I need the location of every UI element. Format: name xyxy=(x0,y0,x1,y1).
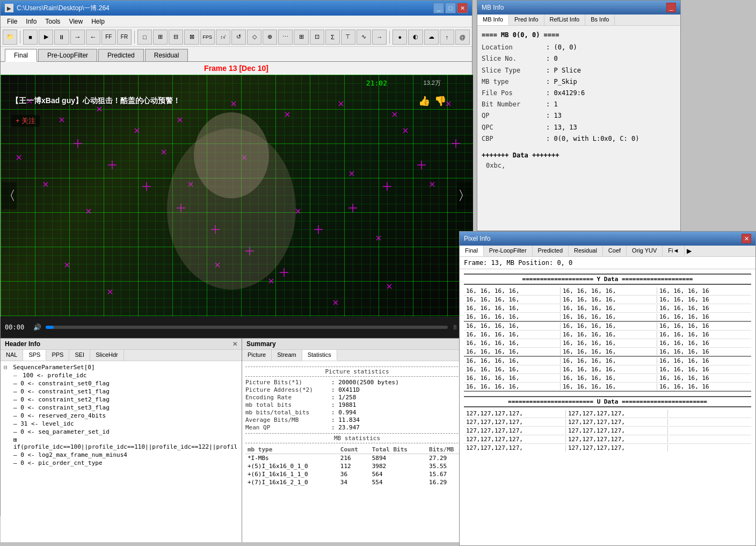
wave-button[interactable]: ∿ xyxy=(357,30,371,45)
tree-item-profile-cond[interactable]: ⊞ if(profile_idc==100||profile_idc==110|… xyxy=(3,436,239,451)
arrow-up-button[interactable]: ↑ xyxy=(440,30,454,45)
ff-button[interactable]: FF xyxy=(101,30,116,45)
circle-button[interactable]: ● xyxy=(392,30,407,45)
thumbs-down-icon[interactable]: 👎 xyxy=(434,95,446,107)
table-button[interactable]: ⊞ xyxy=(294,30,308,45)
grid-2-button[interactable]: ⊞ xyxy=(153,30,168,45)
tab-final[interactable]: Final xyxy=(5,49,37,62)
yv-button[interactable]: ↕√ xyxy=(216,30,230,45)
diamond-button[interactable]: ◇ xyxy=(247,30,261,45)
fps-button[interactable]: FPS xyxy=(200,30,215,45)
menu-file[interactable]: File xyxy=(3,17,21,26)
tree-item-cs0[interactable]: — 0 <- constraint_set0_flag xyxy=(3,379,239,387)
sigma-button[interactable]: Σ xyxy=(325,30,340,45)
menu-view[interactable]: View xyxy=(64,17,87,26)
close-button[interactable]: ✕ xyxy=(457,3,468,13)
u-cell-2-1: 127,127,127,127, xyxy=(566,427,668,434)
tab-pps[interactable]: PPS xyxy=(46,350,69,361)
tree-item-spid-label: 0 <- seq_parameter_set_id xyxy=(20,428,110,435)
tree-item-seq[interactable]: ⊟ SequenceParameterSet[0] xyxy=(3,363,239,371)
minimize-button[interactable]: _ xyxy=(433,3,444,13)
tab-scroll-right[interactable]: ▶ xyxy=(685,246,694,256)
step-button[interactable]: ⊤ xyxy=(341,30,355,45)
tree-item-cs1[interactable]: — 0 <- constraint_set1_flag xyxy=(3,387,239,396)
subscribe-button[interactable]: + 关注 xyxy=(11,115,40,127)
dotted-button[interactable]: ⋯ xyxy=(278,30,293,45)
nav-left-button[interactable]: 〈 xyxy=(2,182,17,209)
tree-item-spid[interactable]: — 0 <- seq_parameter_set_id xyxy=(3,428,239,436)
pixel-info-close[interactable]: ✕ xyxy=(742,234,751,243)
tab-pixel-predicted[interactable]: Predicted xyxy=(533,246,569,256)
thumbs-up-icon[interactable]: 👍 xyxy=(418,95,430,107)
pixel-data-area[interactable]: ==================== Y Data ============… xyxy=(460,269,755,527)
tab-statistics[interactable]: Statistics xyxy=(302,350,337,361)
tab-sps[interactable]: SPS xyxy=(23,350,46,361)
ellipse-button[interactable]: ◐ xyxy=(408,30,423,45)
y-cell-1-2: 16, 16, 16, 16 xyxy=(657,296,743,303)
tree-item-profile[interactable]: — 100 <- profile_idc xyxy=(3,371,239,379)
search-pixel-button[interactable]: ⊕ xyxy=(263,30,277,45)
rotate-button[interactable]: ↺ xyxy=(231,30,246,45)
menu-help[interactable]: Help xyxy=(87,17,109,26)
at-button[interactable]: @ xyxy=(455,30,470,45)
tab-reflist-info[interactable]: RefList Info xyxy=(544,15,586,25)
tab-nal[interactable]: NAL xyxy=(1,350,23,361)
mb-type-2: +(6)I_16x16_1_1_0 xyxy=(245,470,338,478)
tab-stream[interactable]: Stream xyxy=(272,350,302,361)
tab-picture[interactable]: Picture xyxy=(242,350,272,361)
arrow-right-btn[interactable]: → xyxy=(372,30,387,45)
tab-pixel-final[interactable]: Final xyxy=(460,246,484,256)
stat-bits-val: : 20000(2500 bytes) xyxy=(331,379,399,386)
y-cell-10-2: 16, 16, 16, 16 xyxy=(657,375,743,382)
cloud-button[interactable]: ☁ xyxy=(424,30,439,45)
y-cell-4-1: 16, 16, 16, 16, xyxy=(561,322,657,329)
tree-item-cs2[interactable]: — 0 <- constraint_set2_flag xyxy=(3,396,239,404)
tree-item-poc[interactable]: — 0 <- pic_order_cnt_type xyxy=(3,459,239,467)
tree-item-level[interactable]: — 31 <- level_idc xyxy=(3,420,239,428)
menu-tools[interactable]: Tools xyxy=(41,17,64,26)
tab-residual[interactable]: Residual xyxy=(145,49,188,61)
tab-slicehdr[interactable]: SliceHdr xyxy=(90,350,124,361)
tab-pixel-residual[interactable]: Residual xyxy=(569,246,603,256)
play-button[interactable]: ▶ xyxy=(39,30,53,45)
volume-icon[interactable]: 🔊 xyxy=(33,324,41,331)
tree-item-cs3[interactable]: — 0 <- constraint_set3_flag xyxy=(3,404,239,412)
tab-predicted[interactable]: Predicted xyxy=(98,49,144,61)
maximize-button[interactable]: □ xyxy=(445,3,456,13)
fr-button[interactable]: FR xyxy=(117,30,132,45)
tab-pred-info[interactable]: Pred Info xyxy=(509,15,544,25)
tab-mb-info[interactable]: MB Info xyxy=(477,15,509,25)
stat-mbtot-label: mb total bits xyxy=(245,401,331,408)
center-button[interactable]: ⊡ xyxy=(310,30,324,45)
open-file-button[interactable]: 📁 xyxy=(3,30,17,45)
tab-pre-loop[interactable]: Pre-LoopFilter xyxy=(38,49,97,61)
tab-sei[interactable]: SEI xyxy=(69,350,90,361)
tab-pixel-origyuv[interactable]: Orig YUV xyxy=(627,246,663,256)
pause-button[interactable]: ⏸ xyxy=(54,30,69,45)
grid-1-button[interactable]: □ xyxy=(137,30,152,45)
stat-enc-label: Encoding Rate xyxy=(245,394,331,401)
menu-info[interactable]: Info xyxy=(21,17,41,26)
stat-row-bits: Picture Bits(*1) : 20000(2500 bytes) xyxy=(245,379,469,386)
prev-frame-button[interactable]: ← xyxy=(86,30,100,45)
mb-info-close[interactable]: _ xyxy=(666,3,676,12)
nav-right-button[interactable]: 〉 xyxy=(457,182,472,209)
summary-content[interactable]: Picture statistics Picture Bits(*1) : 20… xyxy=(242,361,472,542)
tab-bs-info[interactable]: Bs Info xyxy=(585,15,615,25)
header-info-content[interactable]: ⊟ SequenceParameterSet[0] — 100 <- profi… xyxy=(1,361,242,542)
tab-pixel-coef[interactable]: Coef xyxy=(603,246,627,256)
pixel-info-tabs: Final Pre-LoopFilter Predicted Residual … xyxy=(460,246,755,257)
playback-bar: 00:00 🔊 🎚 ⚙ xyxy=(1,317,472,338)
header-info-close[interactable]: ✕ xyxy=(232,341,237,348)
y-cell-11-2: 16, 16, 16, 16 xyxy=(657,383,743,390)
grid-4-button[interactable]: ⊠ xyxy=(184,30,199,45)
grid-3-button[interactable]: ⊟ xyxy=(169,30,183,45)
y-cell-6-2: 16, 16, 16, 16 xyxy=(657,340,743,347)
next-frame-button[interactable]: → xyxy=(70,30,85,45)
tab-pixel-fi[interactable]: Fi◄ xyxy=(663,246,685,256)
tree-item-log2[interactable]: — 0 <- log2_max_frame_num_minus4 xyxy=(3,451,239,459)
progress-bar[interactable] xyxy=(46,326,448,329)
tab-pixel-preloop[interactable]: Pre-LoopFilter xyxy=(484,246,533,256)
stop-button[interactable]: ■ xyxy=(23,30,38,45)
tree-item-rz4[interactable]: — 0 <- reserved_zero_4bits xyxy=(3,412,239,420)
